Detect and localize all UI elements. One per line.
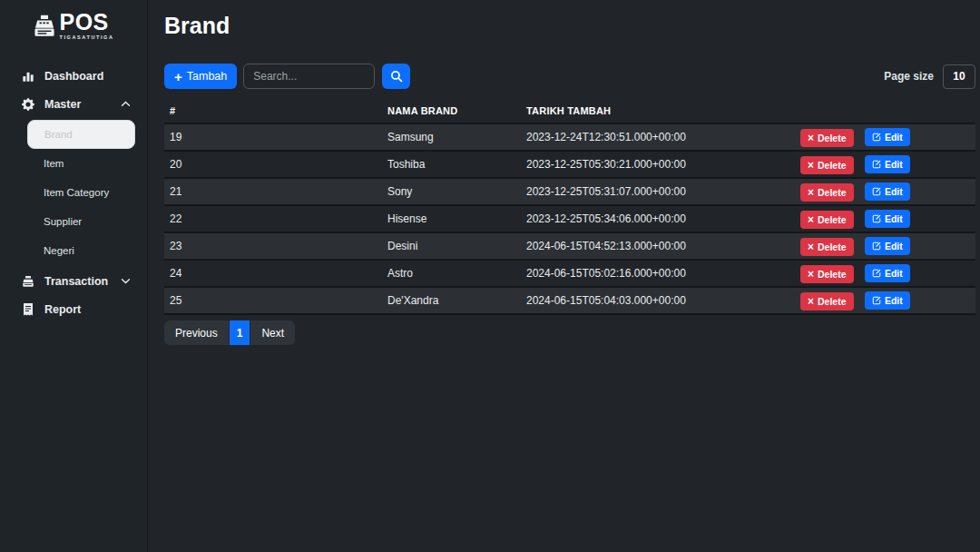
edit-icon [872, 242, 881, 251]
close-icon: × [808, 242, 814, 252]
edit-icon [872, 187, 881, 196]
sidebar-item-supplier[interactable]: Supplier [27, 207, 135, 236]
table-row: 22 Hisense 2023-12-25T05:34:06.000+00:00… [164, 205, 975, 232]
cell-id: 24 [164, 260, 382, 287]
cell-name: Toshiba [382, 151, 521, 178]
cell-name: Samsung [382, 123, 521, 151]
sidebar: POS TIGASATUTIGA Dashboard Master Brand [0, 0, 148, 552]
delete-button[interactable]: ×Delete [800, 211, 854, 229]
cell-date: 2023-12-24T12:30:51.000+00:00 [521, 123, 793, 151]
bar-chart-icon [21, 70, 34, 83]
sidebar-item-label: Report [44, 303, 81, 316]
close-icon: × [808, 133, 814, 143]
cell-date: 2024-06-15T05:02:16.000+00:00 [521, 260, 793, 287]
submenu-item-label: Supplier [44, 216, 82, 227]
sidebar-item-item-category[interactable]: Item Category [27, 178, 135, 207]
cell-date: 2023-12-25T05:30:21.000+00:00 [521, 151, 793, 178]
sidebar-item-label: Dashboard [44, 70, 103, 83]
edit-button[interactable]: Edit [865, 155, 910, 173]
column-header-index: # [164, 98, 382, 123]
page-size-label: Page size [884, 70, 934, 83]
sidebar-item-brand[interactable]: Brand [27, 120, 135, 149]
close-icon: × [808, 296, 814, 307]
sidebar-item-master[interactable]: Master [0, 90, 147, 118]
edit-button[interactable]: Edit [865, 128, 910, 146]
search-button[interactable] [382, 64, 410, 89]
delete-button[interactable]: ×Delete [800, 156, 854, 174]
edit-button[interactable]: Edit [865, 264, 910, 282]
sidebar-item-transaction[interactable]: Transaction [0, 267, 147, 295]
brand-table: # NAMA BRAND TARIKH TAMBAH 19 Samsung 20… [164, 98, 975, 315]
edit-icon [872, 214, 881, 223]
sidebar-item-label: Transaction [44, 275, 108, 288]
delete-button[interactable]: ×Delete [800, 292, 854, 310]
sidebar-item-report[interactable]: Report [0, 295, 147, 323]
cell-id: 20 [164, 151, 382, 178]
delete-button[interactable]: ×Delete [800, 129, 854, 147]
table-row: 25 De'Xandra 2024-06-15T05:04:03.000+00:… [164, 287, 975, 314]
cell-date: 2024-06-15T05:04:03.000+00:00 [521, 287, 793, 314]
table-row: 23 Desini 2024-06-15T04:52:13.000+00:00 … [164, 232, 975, 260]
cash-register-icon [33, 15, 56, 38]
page-title: Brand [164, 13, 975, 39]
submenu-item-label: Item [44, 158, 64, 169]
edit-icon [872, 160, 881, 169]
close-icon: × [808, 187, 814, 198]
column-header-date: TARIKH TAMBAH [521, 98, 793, 123]
cell-id: 19 [164, 123, 382, 151]
table-row: 20 Toshiba 2023-12-25T05:30:21.000+00:00… [164, 151, 975, 178]
sidebar-item-label: Master [44, 98, 81, 111]
column-header-name: NAMA BRAND [382, 98, 521, 123]
plus-icon: + [174, 70, 182, 84]
table-row: 19 Samsung 2023-12-24T12:30:51.000+00:00… [164, 123, 975, 151]
app-logo: POS TIGASATUTIGA [0, 11, 147, 40]
cell-name: Sony [382, 178, 521, 205]
add-button[interactable]: + Tambah [164, 64, 237, 89]
close-icon: × [808, 214, 814, 225]
cell-name: Desini [382, 232, 521, 260]
cell-id: 22 [164, 205, 382, 232]
toolbar: + Tambah Page size [164, 64, 975, 89]
logo-subtitle: TIGASATUTIGA [59, 34, 113, 40]
cell-name: Astro [382, 260, 521, 287]
table-row: 21 Sony 2023-12-25T05:31:07.000+00:00 ×D… [164, 178, 975, 205]
chevron-down-icon [121, 278, 131, 284]
cell-id: 25 [164, 287, 382, 314]
cell-name: Hisense [382, 205, 521, 232]
page-size-input[interactable] [943, 64, 975, 89]
submenu-item-label: Brand [44, 129, 73, 140]
sidebar-item-dashboard[interactable]: Dashboard [0, 62, 147, 90]
close-icon: × [808, 269, 814, 280]
delete-button[interactable]: ×Delete [800, 265, 854, 283]
receipt-icon [21, 303, 34, 316]
delete-button[interactable]: ×Delete [800, 238, 854, 256]
edit-icon [872, 133, 881, 142]
gear-icon [21, 98, 34, 111]
app-window: POS TIGASATUTIGA Dashboard Master Brand [0, 0, 980, 552]
table-row: 24 Astro 2024-06-15T05:02:16.000+00:00 ×… [164, 260, 975, 287]
chevron-up-icon [121, 101, 131, 107]
sidebar-item-item[interactable]: Item [27, 149, 135, 178]
column-header-actions [793, 98, 975, 123]
edit-icon [872, 269, 881, 278]
search-icon [390, 70, 403, 83]
edit-button[interactable]: Edit [865, 210, 910, 228]
logo-title: POS [59, 11, 108, 34]
submenu-item-label: Item Category [44, 187, 109, 198]
master-submenu: Brand Item Item Category Supplier Negeri [0, 120, 147, 265]
pagination-previous[interactable]: Previous [164, 320, 230, 345]
edit-button[interactable]: Edit [865, 182, 910, 201]
edit-button[interactable]: Edit [865, 237, 910, 255]
edit-icon [872, 296, 881, 305]
edit-button[interactable]: Edit [865, 291, 910, 310]
pagination-next[interactable]: Next [250, 320, 295, 345]
cell-id: 23 [164, 232, 382, 260]
search-input[interactable] [243, 64, 375, 89]
table-header-row: # NAMA BRAND TARIKH TAMBAH [164, 98, 975, 123]
register-icon [21, 275, 34, 288]
sidebar-item-negeri[interactable]: Negeri [27, 236, 135, 265]
submenu-item-label: Negeri [44, 245, 74, 256]
pagination-page-1[interactable]: 1 [230, 320, 251, 345]
delete-button[interactable]: ×Delete [800, 183, 854, 202]
pagination: Previous 1 Next [164, 320, 295, 345]
